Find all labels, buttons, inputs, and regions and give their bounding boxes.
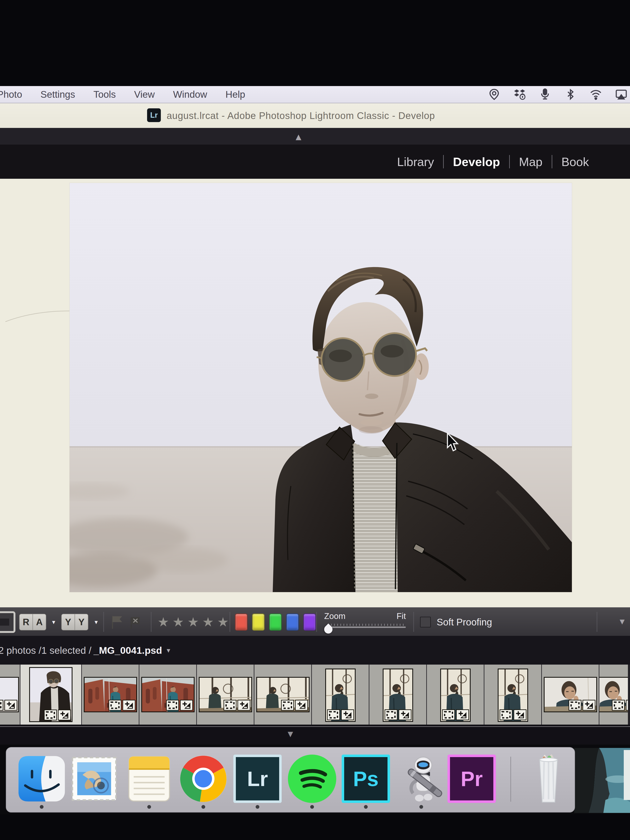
thumbnail-image-brick[interactable] xyxy=(84,677,137,712)
color-label-swatch[interactable] xyxy=(286,614,299,631)
thumbnail-image-bw-portrait[interactable] xyxy=(29,667,73,722)
view-button-r0[interactable]: R xyxy=(19,614,33,630)
thumbnail-image-bw-edge[interactable] xyxy=(0,677,19,712)
adjustment-badge-icon[interactable] xyxy=(237,700,250,711)
color-label-swatches[interactable] xyxy=(235,608,316,636)
view-button-a1[interactable]: A xyxy=(33,614,46,630)
thumbnail-image-brick[interactable] xyxy=(141,677,194,712)
color-label-swatch[interactable] xyxy=(235,614,248,631)
adjustment-badge-icon[interactable] xyxy=(513,709,526,720)
menu-window[interactable]: Window xyxy=(173,89,207,100)
reference-view-buttons[interactable]: RA xyxy=(19,608,46,636)
filmstrip-thumbnail[interactable] xyxy=(485,665,541,725)
thumbnail-image-window-portrait[interactable] xyxy=(498,668,528,722)
filmstrip-thumbnail[interactable] xyxy=(0,665,20,725)
dock-automator-icon[interactable] xyxy=(397,755,445,803)
filmstrip-thumbnail[interactable] xyxy=(427,665,484,725)
thumbnail-image-window-portrait[interactable] xyxy=(440,668,471,722)
dock-premiere-icon[interactable]: Pr xyxy=(447,755,496,803)
flag-reject-icon[interactable] xyxy=(129,608,142,636)
filename-dropdown-icon[interactable]: ▾ xyxy=(167,646,170,654)
filmstrip-thumbnail[interactable] xyxy=(312,665,369,725)
adjustment-badge-icon[interactable] xyxy=(398,709,412,720)
star-rating[interactable]: ★★★★★ xyxy=(158,608,232,636)
filmstrip-thumbnail[interactable] xyxy=(197,665,254,725)
adjustment-badge-icon[interactable] xyxy=(583,700,595,711)
adjustment-badge-icon[interactable] xyxy=(5,700,17,711)
thumbnail-image-window-portrait[interactable] xyxy=(325,668,355,722)
dock-photoshop-icon[interactable]: Ps xyxy=(342,755,390,803)
crop-badge-icon[interactable] xyxy=(109,700,122,711)
menu-settings[interactable]: Settings xyxy=(40,89,75,100)
crop-badge-icon[interactable] xyxy=(44,710,57,720)
dock-spotify-icon[interactable] xyxy=(288,755,336,803)
thumbnail-image-closeup[interactable] xyxy=(599,677,628,712)
zoom-slider-track[interactable] xyxy=(328,626,406,628)
crop-badge-icon[interactable] xyxy=(281,700,294,711)
view-button-y2[interactable]: Y xyxy=(61,614,75,630)
dock-finder-icon[interactable] xyxy=(17,755,66,803)
crop-badge-icon[interactable] xyxy=(166,700,179,711)
dropbox-sync-icon[interactable] xyxy=(513,88,526,101)
adjustment-badge-icon[interactable] xyxy=(626,700,628,711)
filmstrip-thumbnail[interactable] xyxy=(599,665,628,725)
color-label-swatch[interactable] xyxy=(252,614,265,631)
adjustment-badge-icon[interactable] xyxy=(58,710,71,720)
location-icon[interactable] xyxy=(488,88,501,101)
adjustment-badge-icon[interactable] xyxy=(295,700,308,711)
microphone-icon[interactable] xyxy=(538,88,552,101)
crop-badge-icon[interactable] xyxy=(612,700,625,711)
dock-notes-icon[interactable] xyxy=(125,755,173,803)
crop-badge-icon[interactable] xyxy=(500,709,513,720)
module-tab-book[interactable]: Book xyxy=(552,155,598,169)
hide-filmstrip-icon[interactable]: ▼ xyxy=(286,729,295,739)
view-button-y3[interactable]: Y xyxy=(75,614,88,630)
rating-star[interactable]: ★ xyxy=(187,614,202,630)
module-tab-develop[interactable]: Develop xyxy=(444,155,509,169)
filmstrip-thumbnail[interactable] xyxy=(82,665,139,725)
color-label-swatch[interactable] xyxy=(303,614,316,631)
thumbnail-image-closeup[interactable] xyxy=(544,677,597,712)
wifi-icon[interactable] xyxy=(589,88,603,101)
crop-badge-icon[interactable] xyxy=(385,709,398,720)
collapse-top-panel-icon[interactable]: ▲ xyxy=(294,131,303,142)
current-filename[interactable]: _MG_0041.psd xyxy=(93,644,162,656)
adjustment-badge-icon[interactable] xyxy=(456,709,469,720)
adjustment-badge-icon[interactable] xyxy=(341,709,354,720)
adjustment-badge-icon[interactable] xyxy=(123,700,136,711)
color-label-swatch[interactable] xyxy=(269,614,282,631)
menu-help[interactable]: Help xyxy=(226,89,245,100)
toolbar-options-dropdown-icon[interactable]: ▼ xyxy=(618,617,626,626)
thumbnail-image-window[interactable] xyxy=(256,677,309,712)
thumbnail-image-window[interactable] xyxy=(199,677,252,712)
zoom-label[interactable]: Zoom xyxy=(324,611,346,621)
adjustment-badge-icon[interactable] xyxy=(180,700,193,711)
thumbnail-image-window-portrait[interactable] xyxy=(383,668,413,722)
dock-trash-icon[interactable] xyxy=(529,755,568,803)
soft-proofing-checkbox[interactable] xyxy=(420,617,431,627)
before-after-dropdown-icon[interactable]: ▾ xyxy=(91,608,98,636)
crop-badge-icon[interactable] xyxy=(442,709,455,720)
filmstrip-thumbnail-selected[interactable] xyxy=(21,665,81,725)
rating-star[interactable]: ★ xyxy=(158,614,172,630)
crop-badge-icon[interactable] xyxy=(568,700,581,711)
crop-badge-icon[interactable] xyxy=(0,700,3,711)
dock-mail-icon[interactable] xyxy=(70,755,118,803)
loupe-view-button[interactable] xyxy=(0,608,16,636)
airplay-display-icon[interactable] xyxy=(614,88,628,101)
dock-lightroom-icon[interactable]: Lr xyxy=(233,755,282,803)
dock-chrome-icon[interactable] xyxy=(179,755,227,803)
flag-pick-icon[interactable] xyxy=(111,608,124,636)
rating-star[interactable]: ★ xyxy=(172,614,188,630)
main-photo-canvas[interactable] xyxy=(69,183,572,592)
filmstrip-thumbnail[interactable] xyxy=(369,665,426,725)
crop-badge-icon[interactable] xyxy=(327,709,340,720)
module-tab-library[interactable]: Library xyxy=(388,155,443,169)
menu-tools[interactable]: Tools xyxy=(93,89,115,100)
menu-photo[interactable]: Photo xyxy=(0,89,22,100)
crop-badge-icon[interactable] xyxy=(224,700,237,711)
reference-view-dropdown-icon[interactable]: ▾ xyxy=(49,608,55,636)
filmstrip-thumbnail[interactable] xyxy=(254,665,311,725)
menu-view[interactable]: View xyxy=(134,89,155,100)
bluetooth-icon[interactable] xyxy=(564,88,577,101)
